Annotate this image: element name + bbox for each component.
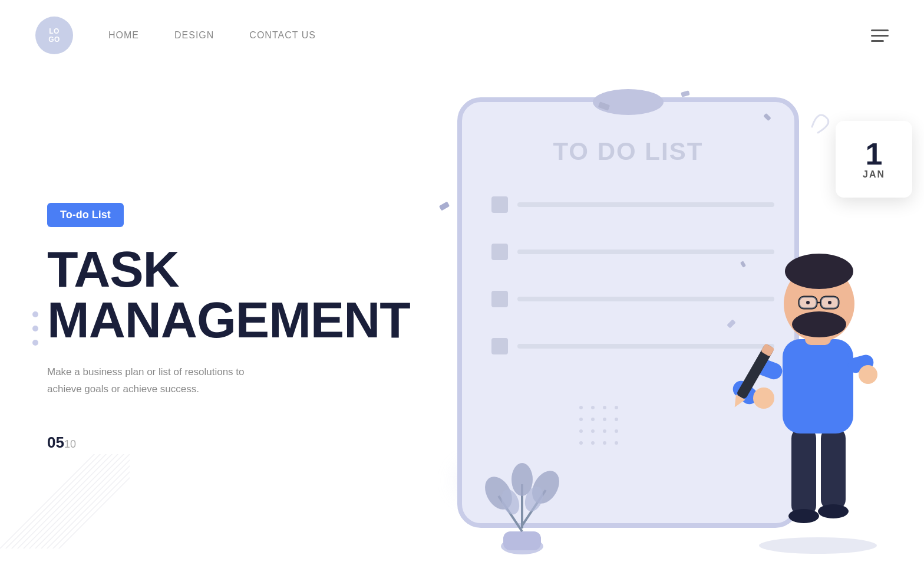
svg-point-56 bbox=[591, 441, 595, 445]
svg-point-54 bbox=[615, 429, 618, 433]
navbar: LO GO HOME DESIGN CONTACT US bbox=[0, 0, 924, 71]
svg-point-34 bbox=[806, 301, 810, 304]
diagonal-lines-decoration bbox=[0, 454, 130, 549]
svg-point-48 bbox=[591, 418, 595, 421]
svg-rect-37 bbox=[503, 531, 541, 550]
calendar-day: 1 bbox=[866, 139, 883, 169]
list-checkbox bbox=[491, 291, 508, 307]
svg-point-46 bbox=[615, 406, 618, 409]
calendar-widget: 1 JAN bbox=[836, 121, 912, 198]
list-checkbox bbox=[491, 244, 508, 260]
right-illustration: TO DO LIST bbox=[410, 86, 889, 569]
hamburger-menu[interactable] bbox=[871, 29, 889, 42]
nav-design[interactable]: DESIGN bbox=[174, 30, 214, 41]
svg-point-15 bbox=[818, 504, 849, 518]
svg-point-57 bbox=[603, 441, 606, 445]
plant-decoration bbox=[481, 437, 563, 557]
svg-point-50 bbox=[615, 418, 618, 421]
decorative-dots bbox=[32, 311, 38, 346]
svg-point-14 bbox=[788, 509, 819, 523]
list-checkbox bbox=[491, 338, 508, 354]
main-title: TASK MANAGEMENT bbox=[47, 244, 410, 345]
svg-point-53 bbox=[603, 429, 606, 433]
svg-point-20 bbox=[753, 387, 774, 409]
nav-links: HOME DESIGN CONTACT US bbox=[108, 30, 316, 41]
logo: LO GO bbox=[35, 17, 73, 54]
svg-point-47 bbox=[579, 418, 583, 421]
svg-rect-13 bbox=[821, 428, 846, 510]
svg-point-58 bbox=[615, 441, 618, 445]
dot-pattern bbox=[575, 402, 622, 451]
confetti-4 bbox=[439, 202, 450, 211]
nav-contact[interactable]: CONTACT US bbox=[249, 30, 316, 41]
svg-point-45 bbox=[603, 406, 606, 409]
svg-point-49 bbox=[603, 418, 606, 421]
svg-point-43 bbox=[579, 406, 583, 409]
svg-rect-16 bbox=[783, 339, 853, 434]
badge-label: To-do List bbox=[47, 203, 124, 227]
nav-home[interactable]: HOME bbox=[108, 30, 139, 41]
svg-point-21 bbox=[859, 365, 877, 384]
svg-point-27 bbox=[785, 254, 853, 289]
svg-point-44 bbox=[591, 406, 595, 409]
clipboard-top-oval bbox=[593, 89, 664, 115]
main-content: To-do List TASK MANAGEMENT Make a busine… bbox=[0, 71, 924, 572]
svg-line-4 bbox=[12, 454, 130, 549]
svg-point-51 bbox=[579, 429, 583, 433]
confetti-2 bbox=[681, 90, 690, 97]
svg-point-55 bbox=[579, 441, 583, 445]
calendar-month: JAN bbox=[863, 169, 885, 180]
svg-point-11 bbox=[759, 537, 877, 554]
page-counter: 0510 bbox=[47, 434, 410, 452]
clipboard-title: TO DO LIST bbox=[553, 137, 703, 166]
svg-point-28 bbox=[792, 311, 846, 337]
person-figure bbox=[730, 203, 906, 557]
subtitle-text: Make a business plan or list of resoluti… bbox=[47, 364, 248, 398]
svg-point-35 bbox=[828, 301, 831, 304]
svg-rect-12 bbox=[791, 428, 816, 516]
list-checkbox bbox=[491, 196, 508, 213]
left-content: To-do List TASK MANAGEMENT Make a busine… bbox=[47, 203, 410, 452]
svg-point-52 bbox=[591, 429, 595, 433]
